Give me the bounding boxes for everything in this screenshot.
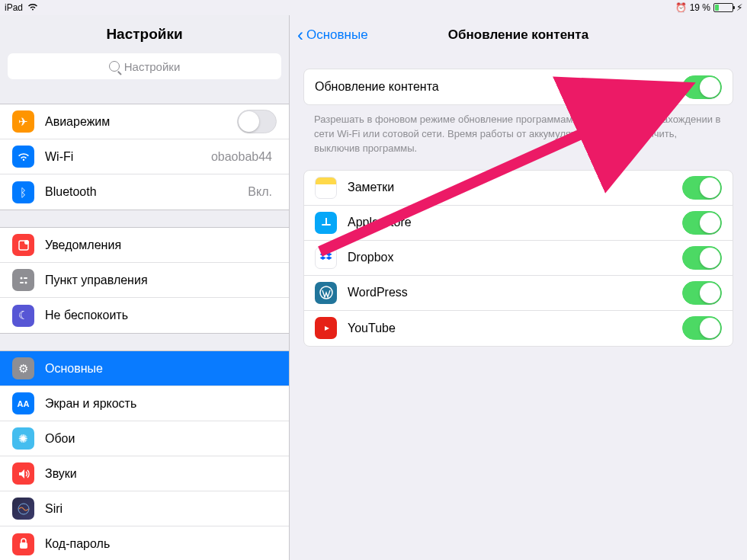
dropbox-app-icon xyxy=(315,247,337,269)
control-center-label: Пункт управления xyxy=(45,274,277,287)
youtube-app-icon xyxy=(315,317,337,339)
app-label: WordPress xyxy=(348,286,682,299)
wallpaper-label: Обои xyxy=(45,432,277,446)
status-bar: iPad ⏰ 19 % ⚡︎ xyxy=(0,0,747,15)
app-label: Заметки xyxy=(348,181,682,194)
settings-sidebar: Настройки Настройки ✈︎ Авиарежим Wi-Fi o… xyxy=(0,15,290,560)
siri-label: Siri xyxy=(45,502,277,516)
general-icon: ⚙︎ xyxy=(12,357,34,379)
row-general[interactable]: ⚙︎ Основные xyxy=(0,351,289,386)
row-dnd[interactable]: ☾ Не беспокоить xyxy=(0,298,289,333)
detail-nav: ‹ Основные Обновление контента xyxy=(290,15,747,55)
notifications-icon xyxy=(12,234,34,256)
svg-point-2 xyxy=(20,277,22,279)
airplane-icon: ✈︎ xyxy=(12,110,34,133)
battery-icon xyxy=(713,3,733,12)
app-label: YouTube xyxy=(348,322,682,335)
display-label: Экран и яркость xyxy=(45,397,277,411)
row-airplane[interactable]: ✈︎ Авиарежим xyxy=(0,104,289,139)
passcode-label: Код-пароль xyxy=(45,537,277,551)
app-row-notes: Заметки xyxy=(304,171,733,206)
row-display[interactable]: AA Экран и яркость xyxy=(0,386,289,421)
charging-icon: ⚡︎ xyxy=(736,2,742,13)
display-icon: AA xyxy=(12,392,34,414)
svg-point-1 xyxy=(24,240,29,245)
app-label: Apple Store xyxy=(348,216,682,229)
appstore-toggle[interactable] xyxy=(682,211,722,235)
svg-point-4 xyxy=(24,281,27,283)
row-wifi[interactable]: Wi-Fi obaobab44 xyxy=(0,139,289,174)
app-row-dropbox: Dropbox xyxy=(304,241,733,276)
chevron-left-icon: ‹ xyxy=(297,26,303,44)
bluetooth-label: Bluetooth xyxy=(45,185,248,199)
wifi-detail: obaobab44 xyxy=(211,150,272,164)
row-control-center[interactable]: Пункт управления xyxy=(0,263,289,298)
notifications-label: Уведомления xyxy=(45,238,277,252)
app-row-wordpress: WordPress xyxy=(304,276,733,311)
appstore-app-icon xyxy=(315,212,337,234)
app-row-youtube: YouTube xyxy=(304,311,733,346)
app-label: Dropbox xyxy=(348,251,682,264)
master-toggle-row: Обновление контента xyxy=(304,69,733,104)
airplane-toggle[interactable] xyxy=(237,110,277,133)
master-toggle-label: Обновление контента xyxy=(315,80,682,94)
row-siri[interactable]: Siri xyxy=(0,491,289,526)
wordpress-app-icon xyxy=(315,282,337,304)
svg-rect-5 xyxy=(20,282,24,283)
wifi-settings-icon xyxy=(12,146,34,168)
wifi-icon xyxy=(27,2,38,13)
svg-rect-3 xyxy=(24,277,27,279)
bluetooth-detail: Вкл. xyxy=(248,185,272,199)
bluetooth-icon: ᛒ xyxy=(12,181,34,203)
search-placeholder: Настройки xyxy=(124,60,181,73)
search-input[interactable]: Настройки xyxy=(8,53,281,79)
battery-percent: 19 % xyxy=(690,2,710,13)
row-bluetooth[interactable]: ᛒ Bluetooth Вкл. xyxy=(0,174,289,210)
sound-icon xyxy=(12,462,34,485)
notes-app-icon xyxy=(315,177,337,199)
back-button[interactable]: ‹ Основные xyxy=(290,26,368,44)
airplane-label: Авиарежим xyxy=(45,115,237,129)
wordpress-toggle[interactable] xyxy=(682,281,722,305)
passcode-icon xyxy=(12,533,34,555)
svg-rect-9 xyxy=(325,218,327,226)
device-name: iPad xyxy=(5,2,23,13)
control-center-icon xyxy=(12,269,34,291)
wifi-label: Wi-Fi xyxy=(45,150,211,164)
dropbox-toggle[interactable] xyxy=(682,246,722,270)
dnd-label: Не беспокоить xyxy=(45,309,277,322)
row-passcode[interactable]: Код-пароль xyxy=(0,526,289,560)
general-label: Основные xyxy=(45,362,277,376)
dnd-icon: ☾ xyxy=(12,305,34,327)
siri-icon xyxy=(12,498,34,520)
master-toggle[interactable] xyxy=(682,75,722,99)
youtube-toggle[interactable] xyxy=(682,316,722,340)
wallpaper-icon: ✺ xyxy=(12,427,34,450)
help-text: Разрешать в фоновом режиме обновление пр… xyxy=(303,105,733,156)
row-notifications[interactable]: Уведомления xyxy=(0,228,289,263)
app-row-appstore: Apple Store xyxy=(304,206,733,241)
back-label: Основные xyxy=(306,27,368,43)
search-icon xyxy=(109,61,120,72)
sidebar-title: Настройки xyxy=(0,15,289,53)
alarm-icon: ⏰ xyxy=(675,2,687,13)
detail-pane: ‹ Основные Обновление контента Обновлени… xyxy=(290,15,747,560)
row-wallpaper[interactable]: ✺ Обои xyxy=(0,421,289,456)
row-sound[interactable]: Звуки xyxy=(0,456,289,491)
sound-label: Звуки xyxy=(45,467,277,481)
notes-toggle[interactable] xyxy=(682,176,722,200)
svg-rect-7 xyxy=(20,542,27,549)
